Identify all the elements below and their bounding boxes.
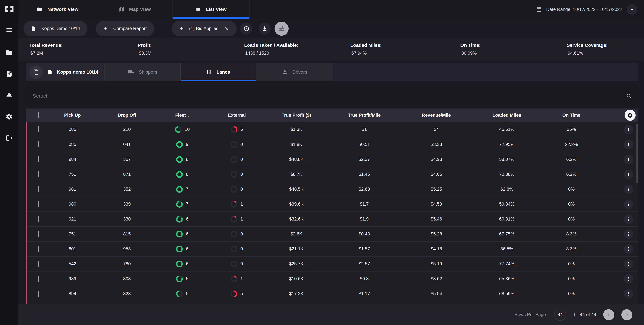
table-scrollbar[interactable] (636, 124, 638, 183)
column-settings-button[interactable] (624, 110, 636, 121)
table-row[interactable]: 981 352 7 0 $48.5K $2.63 $5.25 62.8% 0% (26, 182, 638, 196)
col-pick-up[interactable]: Pick Up (46, 113, 98, 118)
bid-applied-chip[interactable]: (1) Bid Applied (172, 21, 237, 36)
loaded-miles-cell: 65.36% (472, 276, 541, 282)
row-checkbox[interactable] (38, 141, 39, 148)
row-menu-button[interactable] (624, 289, 633, 298)
table-row[interactable]: 980 339 7 1 $39.6K $1.7 $4.59 59.84% 0% (26, 196, 638, 212)
col-drop-off[interactable]: Drop Off (98, 113, 156, 118)
tab-label: List View (206, 7, 226, 12)
app-logo-icon[interactable] (4, 5, 14, 13)
true-profit-cell: $39.6K (264, 202, 328, 207)
table-row[interactable]: 751 815 6 0 $2.6K $0.43 $5.28 67.75% 8.3… (26, 226, 638, 241)
invoice-icon[interactable]: $ (6, 70, 13, 77)
row-menu-button[interactable] (624, 140, 633, 149)
row-checkbox[interactable] (38, 156, 39, 162)
table-row[interactable]: 894 328 5 5 $17.2K $1.17 $5.54 68.59% 0% (26, 286, 638, 301)
download-button[interactable] (258, 23, 271, 35)
rows-per-page-select[interactable]: 44 (554, 309, 566, 321)
external-donut (230, 246, 237, 252)
stat-value: 94.61% (567, 51, 608, 56)
row-checkbox[interactable] (38, 186, 39, 192)
history-button[interactable] (240, 23, 252, 35)
row-checkbox[interactable] (38, 216, 39, 222)
fleet-count: 6 (186, 246, 188, 252)
col-true-profit[interactable]: True Profit ($) (264, 113, 328, 118)
tab-shippers[interactable]: Shippers (105, 63, 180, 81)
row-menu-button[interactable] (624, 125, 633, 134)
row-checkbox[interactable] (38, 201, 39, 207)
row-checkbox[interactable] (38, 126, 39, 132)
menu-icon[interactable] (6, 26, 13, 34)
col-true-profit-mile[interactable]: True Profit/Mile (328, 113, 400, 118)
search-icon[interactable] (626, 93, 632, 99)
filter-button[interactable] (274, 22, 289, 36)
tab-network-view[interactable]: Network View (18, 0, 97, 18)
date-range-label[interactable]: Date Range: 10/17/2022 - 10/17/2022 (546, 7, 622, 12)
drop-off-cell: 953 (98, 246, 156, 252)
fleet-cell: 9 (156, 141, 209, 148)
row-menu-button[interactable] (624, 155, 633, 164)
col-loaded-miles[interactable]: Loaded Miles (472, 113, 541, 118)
row-menu-button[interactable] (624, 214, 633, 224)
report-selector-button[interactable]: Kopps Demo 10/14 (24, 21, 88, 36)
row-menu-button[interactable] (624, 230, 633, 239)
logout-icon[interactable] (6, 134, 13, 142)
search-input[interactable] (33, 93, 626, 99)
row-checkbox[interactable] (38, 261, 39, 267)
duplicate-button[interactable] (29, 66, 43, 79)
col-external[interactable]: External (209, 113, 264, 118)
on-time-cell: 8.3% (541, 246, 602, 252)
loaded-miles-cell: 86.5% (472, 246, 541, 252)
file-icon (47, 70, 52, 75)
tab-list-view[interactable]: List View (172, 0, 250, 18)
row-menu-button[interactable] (624, 244, 633, 254)
tab-drivers[interactable]: Drivers (256, 63, 333, 81)
table-row[interactable]: 921 330 6 1 $32.6K $1.9 $5.46 60.31% 0% (26, 212, 638, 226)
row-checkbox[interactable] (38, 290, 39, 297)
table-row[interactable]: 085 210 10 6 $1.3K $1 $4 46.61% 35% (26, 122, 638, 137)
table-row[interactable]: 989 303 5 1 $10.6K $0.8 $3.62 65.36% 0% (26, 271, 638, 286)
external-count: 0 (240, 261, 243, 266)
folder-icon[interactable] (6, 49, 13, 56)
table-row[interactable]: 601 953 6 0 $21.1K $1.57 $4.18 86.5% 8.3… (26, 241, 638, 256)
revenue-mile-cell: $4.59 (400, 202, 472, 207)
row-menu-button[interactable] (624, 274, 633, 284)
fleet-donut (176, 216, 183, 222)
row-checkbox[interactable] (38, 246, 39, 252)
table-row[interactable]: 751 871 8 0 $8.7K $1.45 $4.65 70.38% 6.2… (26, 167, 638, 182)
drop-off-cell: 871 (98, 172, 156, 177)
row-checkbox[interactable] (38, 171, 39, 177)
col-revenue-mile[interactable]: Revenue/Mile (400, 113, 472, 118)
stat-label: Service Coverage: (567, 42, 608, 48)
next-page-button[interactable] (621, 309, 632, 320)
triangle-icon[interactable] (6, 91, 13, 98)
settings-icon[interactable] (6, 113, 13, 120)
compare-report-button[interactable]: Compare Report (96, 21, 154, 36)
row-checkbox[interactable] (38, 276, 39, 282)
row-menu-button[interactable] (624, 200, 633, 209)
tab-map-view[interactable]: Map View (97, 0, 172, 18)
tab-label: Lanes (216, 70, 230, 75)
tab-report-kopps-demo[interactable]: Kopps demo 10/14 (26, 63, 105, 81)
table-row[interactable]: 085 041 9 0 $1.8K $0.51 $3.33 72.95% 22.… (26, 137, 638, 152)
table-row[interactable] (26, 301, 638, 304)
chip-label: (1) Bid Applied (189, 26, 219, 31)
collapse-button[interactable] (626, 4, 637, 15)
close-icon[interactable] (224, 26, 229, 31)
row-menu-button[interactable] (624, 170, 633, 179)
prev-page-button[interactable] (603, 309, 614, 320)
select-all-checkbox[interactable] (38, 112, 39, 118)
tab-lanes[interactable]: Lanes (180, 63, 256, 81)
col-fleet[interactable]: Fleet ↓ (156, 113, 209, 118)
table-row[interactable]: 542 780 6 0 $25.7K $2.57 $5.19 77.74% 0% (26, 256, 638, 271)
row-menu-button[interactable] (624, 259, 633, 269)
fleet-count: 5 (186, 291, 188, 296)
revenue-mile-cell: $4.98 (400, 157, 472, 162)
external-cell: 1 (209, 216, 264, 222)
col-on-time[interactable]: On Time (541, 113, 602, 118)
row-menu-button[interactable] (624, 185, 633, 194)
table-row[interactable]: 984 357 8 0 $48.8K $2.37 $4.98 58.07% 6.… (26, 152, 638, 167)
row-checkbox[interactable] (38, 231, 39, 237)
drop-off-cell: 210 (98, 127, 156, 132)
